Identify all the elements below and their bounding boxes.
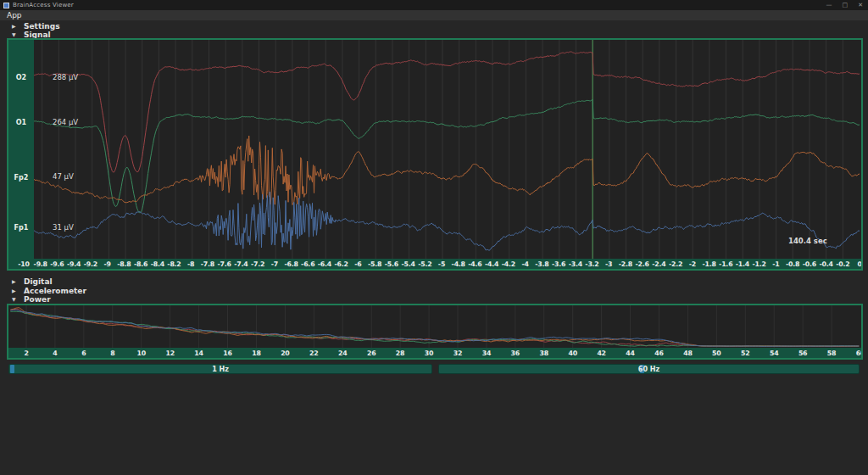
menu-item-app[interactable]: App	[0, 10, 29, 20]
collapsed-arrow-icon: ▶	[12, 278, 18, 284]
axis-tick-label: -2	[689, 260, 696, 268]
axis-tick-label: -9.6	[50, 260, 64, 268]
axis-tick-label: -7	[271, 260, 278, 268]
amplitude-label-o2: 288 µV	[53, 73, 78, 81]
collapsed-arrow-icon: ▶	[12, 23, 18, 29]
axis-tick-label: 28	[396, 349, 404, 357]
signal-plot-area[interactable]: 288 µV 264 µV 47 µV 31 µV 140.4 sec	[34, 40, 861, 259]
axis-tick-label: -6	[354, 260, 361, 268]
axis-tick-label: -9	[103, 260, 110, 268]
axis-tick-label: -1.4	[736, 260, 749, 268]
axis-tick-label: 52	[741, 349, 749, 357]
window-title: BrainAccess Viewer	[13, 2, 74, 8]
axis-tick-label: -0.6	[803, 260, 816, 268]
axis-tick-label: 46	[654, 349, 663, 357]
axis-tick-label: -5.6	[385, 260, 398, 268]
minimize-icon[interactable]: —	[826, 0, 832, 10]
axis-tick-label: 24	[338, 349, 347, 357]
axis-tick-label: 32	[453, 349, 462, 357]
axis-tick-label: -7.4	[234, 260, 248, 268]
axis-tick-label: -7.6	[218, 260, 231, 268]
axis-tick-label: 58	[827, 349, 836, 357]
axis-tick-label: 36	[511, 349, 520, 357]
channel-axis: O2 O1 Fp2 Fp1	[8, 40, 34, 259]
axis-tick-label: -7.8	[201, 260, 214, 268]
low-cutoff-value: 1 Hz	[9, 365, 431, 374]
axis-tick-label: 34	[482, 349, 491, 357]
axis-tick-label: -9.4	[67, 260, 81, 268]
axis-tick-label: -10	[18, 260, 30, 268]
section-label: Power	[24, 295, 51, 304]
axis-tick-label: -8.4	[151, 260, 164, 268]
title-bar: BrainAccess Viewer — □ ✕	[0, 0, 868, 10]
axis-tick-label: -8	[187, 260, 194, 268]
axis-tick-label: 18	[252, 349, 260, 357]
axis-tick-label: -3.2	[585, 260, 598, 268]
axis-tick-label: 2	[24, 349, 28, 357]
maximize-icon[interactable]: □	[843, 0, 849, 10]
time-axis: -10-9.8-9.6-9.4-9.2-9-8.8-8.6-8.4-8.2-8-…	[8, 259, 861, 269]
axis-tick-label: -6.8	[284, 260, 298, 268]
axis-tick-label: -0.4	[819, 260, 832, 268]
axis-tick-label: -4.2	[502, 260, 515, 268]
section-label: Accelerometer	[24, 287, 86, 295]
axis-tick-label: -2.2	[669, 260, 682, 268]
axis-tick-label: -7.2	[251, 260, 264, 268]
axis-tick-label: 26	[367, 349, 376, 357]
axis-tick-label: 38	[540, 349, 548, 357]
window-controls: — □ ✕	[826, 0, 864, 10]
elapsed-time-label: 140.4 sec	[788, 237, 827, 245]
axis-tick-label: -3.6	[552, 260, 565, 268]
axis-tick-label: -0.8	[786, 260, 799, 268]
axis-tick-label: -3	[605, 260, 612, 268]
axis-tick-label: 20	[281, 349, 289, 357]
axis-tick-label: 10	[136, 349, 145, 357]
section-label: Digital	[24, 277, 53, 286]
amplitude-label-fp1: 31 µV	[53, 223, 74, 232]
axis-tick-label: 60	[856, 349, 861, 357]
axis-tick-label: -4.4	[485, 260, 498, 268]
collapsed-arrow-icon: ▶	[12, 288, 18, 293]
axis-tick-label: -8.2	[167, 260, 181, 268]
axis-tick-label: -6.2	[335, 260, 348, 268]
axis-tick-label: 50	[712, 349, 721, 357]
high-cutoff-slider[interactable]: 60 Hz	[438, 364, 860, 374]
axis-tick-label: 16	[223, 349, 231, 357]
signal-waveform-svg	[34, 40, 861, 259]
axis-tick-label: 42	[597, 349, 605, 357]
axis-tick-label: -3.4	[569, 260, 582, 268]
axis-tick-label: 22	[309, 349, 318, 357]
axis-tick-label: -6.6	[301, 260, 314, 268]
axis-tick-label: -4	[521, 260, 528, 268]
axis-tick-label: -1	[772, 260, 779, 268]
section-header-digital[interactable]: ▶ Digital	[12, 277, 53, 286]
axis-tick-label: -5.4	[401, 260, 415, 268]
axis-tick-label: -5	[438, 260, 445, 268]
axis-tick-label: 30	[425, 349, 433, 357]
axis-tick-label: 48	[683, 349, 692, 357]
axis-tick-label: -2.8	[619, 260, 632, 268]
axis-tick-label: -9.8	[34, 260, 47, 268]
axis-tick-label: -1.8	[702, 260, 715, 268]
close-icon[interactable]: ✕	[858, 0, 863, 10]
power-spectrum-svg	[8, 305, 861, 348]
axis-tick-label: -5.2	[418, 260, 431, 268]
power-plot-area[interactable]	[8, 305, 861, 348]
axis-tick-label: 54	[770, 349, 778, 357]
axis-tick-label: 56	[798, 349, 807, 357]
channel-label-o2: O2	[8, 74, 34, 81]
axis-tick-label: -2.6	[636, 260, 649, 268]
high-cutoff-value: 60 Hz	[439, 365, 859, 374]
power-plot: 2468101214161820222426283032343638404244…	[7, 304, 863, 360]
channel-label-o1: O1	[8, 119, 34, 126]
axis-tick-label: -1.6	[719, 260, 732, 268]
expanded-arrow-icon: ▼	[12, 296, 18, 302]
section-header-power[interactable]: ▼ Power	[12, 294, 51, 304]
axis-tick-label: 40	[568, 349, 576, 357]
axis-tick-label: -4.8	[452, 260, 465, 268]
menu-bar: App	[0, 10, 868, 20]
low-cutoff-slider[interactable]: 1 Hz	[8, 364, 432, 374]
axis-tick-label: 44	[626, 349, 634, 357]
axis-tick-label: -5.8	[368, 260, 381, 268]
axis-tick-label: -4.6	[468, 260, 481, 268]
